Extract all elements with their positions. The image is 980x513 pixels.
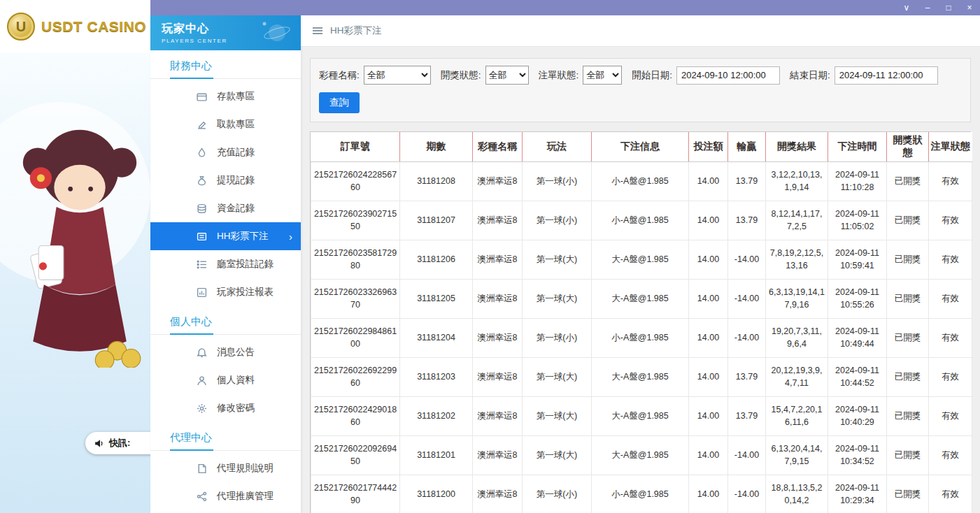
table-row: 215217260235817298031181206澳洲幸运8第一球(大)大-… [311,240,972,279]
gear-icon [197,403,207,414]
cell-lottery_name: 澳洲幸运8 [473,201,523,240]
cell-period: 31181204 [400,318,473,357]
sidebar-item-agent-rules[interactable]: 代理規則說明 [150,454,301,482]
search-button[interactable]: 查詢 [319,92,360,113]
column-header-bet_info: 下注信息 [592,132,689,161]
cell-bet_time: 2024-09-11 10:40:29 [828,396,887,435]
cell-order_status: 有效 [929,318,972,357]
sidebar-item-label: 代理推廣管理 [217,490,274,503]
cell-period: 31181203 [400,357,473,396]
sidebar-item-player-bet-report[interactable]: 玩家投注報表 [150,278,301,306]
menu-icon[interactable] [312,26,323,36]
mascot-character-illustration [17,116,142,368]
draw-status-select[interactable]: 全部 [485,66,529,85]
cell-play: 第一球(小) [523,201,592,240]
column-header-lottery_name: 彩種名稱 [473,132,523,161]
cell-bet_amount: 14.00 [689,435,728,475]
cell-period: 31181200 [400,475,473,513]
news-ticker[interactable]: 快訊: [85,432,150,454]
sidebar-item-withdraw[interactable]: 取款專區 [150,110,301,138]
sidebar-header: 玩家中心 PLAYERS CENTER [150,15,301,50]
cell-bet_info: 大-A盤@1.985 [592,435,689,475]
bet-table-body: 215217260242285676031181208澳洲幸运8第一球(小)小-… [311,161,972,513]
start-date-input[interactable] [676,66,780,85]
cell-draw_result: 15,4,7,2,20,16,11,6 [766,396,828,435]
column-header-draw_status: 開獎狀態 [887,132,929,161]
collapse-window-button[interactable]: ∨ [896,0,917,15]
cell-draw_result: 7,8,19,2,12,5,13,16 [766,240,828,279]
minimize-window-button[interactable]: – [917,0,938,15]
order-status-select[interactable]: 全部 [583,66,622,85]
cell-bet_time: 2024-09-11 10:34:52 [828,435,887,475]
sidebar-item-agent-promotion[interactable]: 代理推廣管理 [150,482,301,510]
sidebar-item-label: 取款專區 [217,118,255,131]
cell-win_loss: -14.00 [728,475,766,513]
bullet-list-icon [197,259,207,270]
cell-order_no: 2152172602390271550 [311,201,400,240]
cell-win_loss: 13.79 [728,161,766,201]
cell-lottery_name: 澳洲幸运8 [473,357,523,396]
sidebar-item-label: 個人資料 [217,374,255,386]
table-row: 215217260239027155031181207澳洲幸运8第一球(小)小-… [311,201,972,240]
cell-order_no: 2152172602332696370 [311,279,400,318]
bar-chart-icon [197,287,207,298]
news-ticker-label: 快訊: [109,437,130,449]
cell-play: 第一球(大) [523,240,592,279]
sidebar-item-room-bet-records[interactable]: 廳室投註記錄 [150,250,301,278]
brand-logo: U USDT CASINO [0,0,150,53]
cell-draw_result: 6,3,13,19,14,17,9,16 [766,279,828,318]
sidebar-item-label: 玩家投注報表 [217,286,274,298]
close-window-button[interactable]: × [959,0,980,15]
end-date-label: 結束日期: [790,69,830,82]
cell-bet_amount: 14.00 [689,396,728,435]
money-bag-icon [197,175,207,186]
end-date-input[interactable] [835,66,938,85]
cell-draw_result: 20,12,19,3,9,4,7,11 [766,357,828,396]
main-header: HH彩票下注 [301,15,980,47]
cell-bet_info: 小-A盤@1.985 [592,318,689,357]
sidebar-item-recharge-record[interactable]: 充值記錄 [150,138,301,166]
cell-bet_time: 2024-09-11 10:59:41 [828,240,887,279]
cell-play: 第一球(大) [523,357,592,396]
sidebar-item-profile[interactable]: 個人資料 [150,366,301,394]
cell-order_status: 有效 [929,240,972,279]
column-header-order_status: 注單狀態 [929,132,972,161]
cell-play: 第一球(大) [523,396,592,435]
cell-bet_amount: 14.00 [689,279,728,318]
cell-bet_amount: 14.00 [689,240,728,279]
sidebar-section-personal: 個人中心 [150,306,301,335]
cell-draw_status: 已開獎 [887,240,929,279]
sidebar-item-funds-record[interactable]: 資金記錄 [150,194,301,222]
speaker-icon [94,438,104,449]
filter-row: 彩種名稱: 全部 開獎狀態: 全部 注單狀態: 全部 開始日期: 結束日期: [319,66,962,85]
cell-play: 第一球(小) [523,475,592,513]
cell-period: 31181205 [400,279,473,318]
column-header-draw_result: 開獎結果 [766,132,828,161]
window-titlebar: ∨ – □ × [150,0,980,15]
cell-lottery_name: 澳洲幸运8 [473,240,523,279]
sidebar-item-label: 資金記錄 [217,202,255,215]
sidebar-item-announcements[interactable]: 消息公告 [150,338,301,366]
sidebar-item-change-password[interactable]: 修改密碼 [150,394,301,422]
sidebar-section-finance: 財務中心 [150,50,301,79]
section-title: 個人中心 [170,315,212,327]
sidebar-item-label: 代理規則說明 [217,462,274,475]
cell-draw_status: 已開獎 [887,357,929,396]
coin-logo-letter: U [16,19,26,35]
ink-drop-icon [197,147,207,158]
lottery-name-select[interactable]: 全部 [364,66,431,85]
brand-name: USDT CASINO [41,18,146,35]
cell-period: 31181206 [400,240,473,279]
cell-draw_result: 3,12,2,10,13,1,9,14 [766,161,828,201]
cell-win_loss: 13.79 [728,357,766,396]
column-header-bet_time: 下注時間 [828,132,887,161]
sidebar-item-hh-lottery-bets[interactable]: HH彩票下注 › [150,222,301,250]
cell-lottery_name: 澳洲幸运8 [473,396,523,435]
table-row: 215217260224290186031181202澳洲幸运8第一球(大)大-… [311,396,972,435]
sidebar-item-cashout-record[interactable]: 提現記錄 [150,166,301,194]
maximize-window-button[interactable]: □ [938,0,959,15]
cell-play: 第一球(大) [523,435,592,475]
sidebar-item-deposit[interactable]: 存款專區 [150,82,301,110]
cell-lottery_name: 澳洲幸运8 [473,279,523,318]
column-header-play: 玩法 [523,132,592,161]
